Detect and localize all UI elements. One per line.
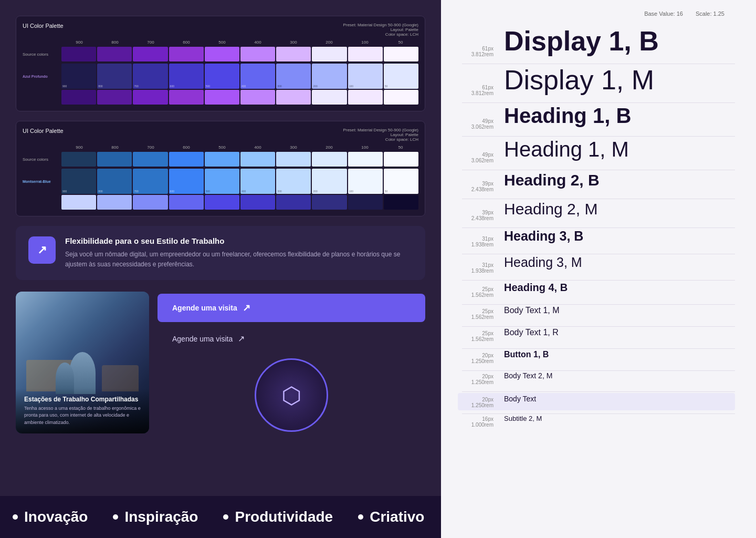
palette-card-2: UI Color Palette Preset: Material Design… [16, 121, 425, 216]
typo-h1-m: 49px 3.062rem Heading 1, M [462, 138, 735, 167]
visit-filled-button[interactable]: Agende uma visita ↗ [158, 294, 425, 322]
typo-body2-m: 20px 1.250rem Body Text 2, M [462, 372, 735, 388]
source-label-1: Source colors [23, 52, 59, 57]
h3-medium-sample: Heading 3, M [504, 255, 735, 270]
scale-value: Scale: 1.25 [696, 11, 724, 17]
button1-bold-sample: Button 1, B [504, 350, 735, 359]
arrow-icon: ↗ [37, 243, 47, 257]
workspace-title: Estações de Trabalho Compartilhadas [24, 396, 141, 403]
palette-2-title: UI Color Palette [23, 128, 64, 134]
typo-h3-m: 31px 1.938rem Heading 3, M [462, 255, 735, 277]
h1-medium-sample: Heading 1, M [504, 138, 735, 161]
typo-h2-m: 39px 2.438rem Heading 2, M [462, 200, 735, 224]
typography-meta: Base Value: 16 Scale: 1.25 [462, 11, 735, 17]
typo-button1-b: 20px 1.250rem Button 1, B [462, 350, 735, 367]
right-panel: Base Value: 16 Scale: 1.25 61px 3.812rem… [441, 0, 756, 538]
feature-title: Flexibilidade para o seu Estilo de Traba… [65, 236, 413, 245]
visit-outline-arrow: ↗ [238, 334, 245, 344]
icon-3d-box-wrapper: ⬡ [255, 358, 328, 432]
visit-outline-button[interactable]: Agende uma visita ↗ [158, 329, 425, 348]
workspace-overlay: Estações de Trabalho Compartilhadas Tenh… [16, 388, 149, 434]
palette-1-preset: Preset: Material Design 50-900 (Google) [343, 23, 418, 27]
body2-medium-sample: Body Text 2, M [504, 372, 735, 380]
subtitle2-medium-sample: Subtitle 2, M [504, 415, 735, 422]
palette-card-1: UI Color Palette Preset: Material Design… [16, 16, 425, 111]
palette-1-colorspace: Color space: LCH [343, 32, 418, 37]
typo-h3-b: 31px 1.938rem Heading 3, B [462, 229, 735, 251]
typo-body1-m: 25px 1.562rem Body Text 1, M [462, 306, 735, 323]
visit-filled-label: Agende uma visita [172, 304, 237, 312]
workspace-description: Tenha acesso a uma estação de trabalho e… [24, 405, 141, 427]
typo-body1-r: 25px 1.562rem Body Text 1, R [462, 328, 735, 345]
palette-1-layout: Layout: Palette [343, 27, 418, 32]
body1-regular-sample: Body Text 1, R [504, 328, 735, 337]
right-buttons-area: Agende uma visita ↗ Agende uma visita ↗ … [158, 292, 425, 433]
left-panel: UI Color Palette Preset: Material Design… [0, 0, 441, 538]
feature-description: Seja você um nômade digital, um empreend… [65, 250, 413, 270]
marquee-bar: Inovação Inspiração Produtividade Criati… [0, 496, 441, 538]
col-header-900: 900 [61, 40, 97, 45]
h4-bold-sample: Heading 4, B [504, 282, 735, 293]
typo-display1-b: 61px 3.812rem Display 1, B [462, 26, 735, 60]
visit-outline-label: Agende uma visita [172, 335, 233, 343]
typo-body-text: 20px 1.250rem Body Text [458, 393, 735, 410]
feature-icon-box: ↗ [28, 236, 56, 264]
palette-1-title: UI Color Palette [23, 23, 64, 29]
feature-card: ↗ Flexibilidade para o seu Estilo de Tra… [16, 226, 425, 280]
h3-bold-sample: Heading 3, B [504, 229, 735, 244]
h2-medium-sample: Heading 2, M [504, 200, 735, 218]
display1-bold-sample: Display 1, B [504, 26, 735, 56]
display1-medium-sample: Display 1, M [504, 65, 735, 95]
typo-subtitle2-m: 16px 1.000rem Subtitle 2, M [462, 415, 735, 431]
body1-medium-sample: Body Text 1, M [504, 306, 735, 315]
typo-h4-b: 25px 1.562rem Heading 4, B [462, 282, 735, 301]
montserrat-label: Montserrat-Blue [23, 180, 59, 183]
workspace-card: Estações de Trabalho Compartilhadas Tenh… [16, 292, 149, 433]
cube-icon: ⬡ [281, 382, 301, 409]
typo-display1-m: 61px 3.812rem Display 1, M [462, 65, 735, 99]
typo-h1-b: 49px 3.062rem Heading 1, B [462, 104, 735, 133]
marquee-track: Inovação Inspiração Produtividade Criati… [0, 507, 441, 527]
h1-bold-sample: Heading 1, B [504, 104, 735, 127]
body-text-highlighted: Body Text [504, 395, 731, 403]
feature-content: Flexibilidade para o seu Estilo de Traba… [65, 236, 413, 270]
visit-filled-arrow: ↗ [243, 302, 250, 314]
base-value: Base Value: 16 [644, 11, 683, 17]
typography-list: 61px 3.812rem Display 1, B 61px 3.812rem… [462, 26, 735, 431]
h2-bold-sample: Heading 2, B [504, 171, 735, 189]
typo-h2-b: 39px 2.438rem Heading 2, B [462, 171, 735, 195]
bottom-grid: Estações de Trabalho Compartilhadas Tenh… [16, 292, 425, 433]
